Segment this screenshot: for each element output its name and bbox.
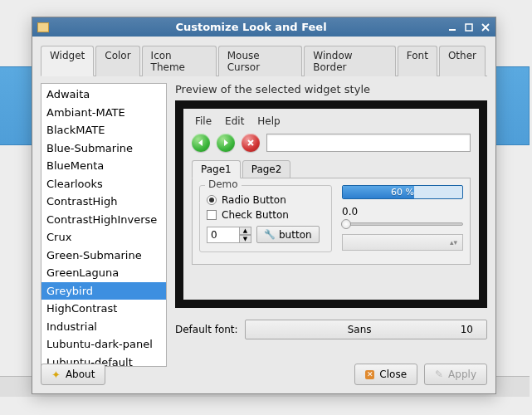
list-item[interactable]: ContrastHigh: [41, 193, 166, 211]
theme-list[interactable]: AdwaitaAmbiant-MATEBlackMATEBlue-Submari…: [41, 83, 167, 367]
forward-icon[interactable]: [217, 134, 235, 152]
radio-button[interactable]: [207, 195, 217, 205]
close-dialog-button[interactable]: ✕ Close: [354, 364, 417, 385]
svg-rect-1: [466, 24, 472, 31]
titlebar[interactable]: Customize Look and Feel: [32, 17, 495, 37]
menu-file[interactable]: File: [195, 115, 212, 127]
radio-label: Radio Button: [222, 194, 286, 206]
maximize-button[interactable]: [463, 22, 474, 32]
demo-frame: Demo Radio Button Check Button: [199, 185, 332, 252]
list-item[interactable]: Green-Submarine: [41, 247, 166, 265]
close-icon: ✕: [365, 370, 374, 379]
list-item[interactable]: BlackMATE: [41, 121, 166, 139]
main-tabbar: WidgetColorIcon ThemeMouse CursorWindow …: [41, 45, 487, 76]
back-icon[interactable]: [192, 134, 210, 152]
spin-down-icon[interactable]: ▼: [240, 235, 251, 243]
demo-frame-label: Demo: [205, 178, 242, 190]
combo-box[interactable]: ▴▾: [342, 234, 463, 251]
tab-other[interactable]: Other: [439, 46, 486, 76]
list-item[interactable]: Industrial: [41, 318, 166, 336]
list-item[interactable]: GreenLaguna: [41, 264, 166, 282]
slider[interactable]: [342, 222, 463, 226]
preview-box: File Edit Help Page1 Page2: [175, 100, 487, 308]
menu-help[interactable]: Help: [257, 115, 280, 127]
preview-menubar: File Edit Help: [192, 114, 471, 132]
dialog-window: Customize Look and Feel WidgetColorIcon …: [32, 17, 496, 394]
about-button[interactable]: ✦ About: [41, 364, 105, 385]
close-button[interactable]: [480, 22, 491, 32]
list-item[interactable]: Clearlooks: [41, 175, 166, 193]
list-item[interactable]: ContrastHighInverse: [41, 211, 166, 229]
svg-rect-0: [449, 29, 456, 31]
spin-input[interactable]: [207, 227, 240, 243]
spin-button[interactable]: ▲ ▼: [207, 227, 251, 243]
check-label: Check Button: [222, 209, 289, 221]
apply-icon: ✎: [435, 369, 443, 380]
list-item[interactable]: Ambiant-MATE: [41, 104, 166, 122]
list-item[interactable]: Blue-Submarine: [41, 139, 166, 158]
spin-up-icon[interactable]: ▲: [240, 227, 251, 235]
tab-icon-theme[interactable]: Icon Theme: [142, 46, 217, 76]
list-item[interactable]: Adwaita: [41, 85, 166, 104]
stop-icon[interactable]: [242, 134, 260, 152]
menu-edit[interactable]: Edit: [225, 115, 244, 127]
tab-window-border[interactable]: Window Border: [304, 46, 395, 76]
app-icon: [37, 22, 49, 32]
list-item[interactable]: Lubuntu-dark-panel: [41, 335, 166, 354]
preview-button[interactable]: 🔧 button: [256, 226, 320, 243]
tab-widget[interactable]: Widget: [41, 46, 94, 76]
default-font-label: Default font:: [175, 324, 238, 335]
default-font-button[interactable]: Sans 10: [245, 320, 487, 339]
minimize-button[interactable]: [447, 22, 457, 32]
tab-mouse-cursor[interactable]: Mouse Cursor: [218, 46, 303, 76]
about-icon: ✦: [51, 369, 61, 381]
preview-label: Preview of the selected widget style: [175, 83, 487, 95]
tab-color[interactable]: Color: [95, 46, 139, 76]
slider-thumb[interactable]: [341, 219, 351, 229]
preview-tab-page2[interactable]: Page2: [242, 160, 291, 178]
list-item[interactable]: BlueMenta: [41, 157, 166, 175]
window-title: Customize Look and Feel: [56, 21, 447, 33]
progress-bar: 60 %: [342, 185, 463, 199]
slider-value-label: 0.0: [342, 206, 463, 217]
list-item[interactable]: Greybird: [41, 282, 166, 300]
preview-text-entry[interactable]: [266, 134, 471, 152]
wrench-icon: 🔧: [264, 229, 276, 240]
list-item[interactable]: Crux: [41, 228, 166, 247]
check-button[interactable]: [207, 210, 217, 220]
preview-tab-page1[interactable]: Page1: [192, 160, 241, 178]
apply-button[interactable]: ✎ Apply: [424, 364, 487, 385]
tab-font[interactable]: Font: [398, 46, 437, 76]
list-item[interactable]: HighContrast: [41, 300, 166, 318]
